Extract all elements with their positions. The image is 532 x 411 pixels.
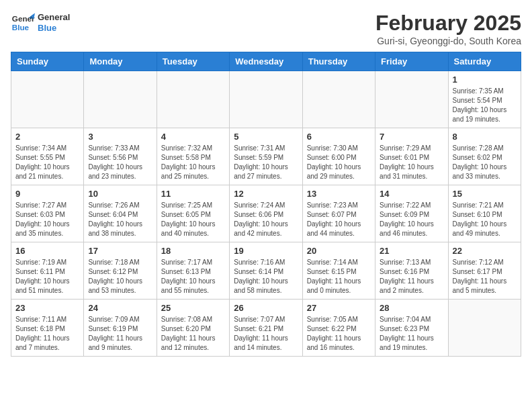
day-number: 2 [15,132,79,142]
day-number: 3 [88,132,152,142]
day-info: Sunrise: 7:32 AM Sunset: 5:58 PM Dayligh… [161,144,225,181]
calendar-day-cell: 25Sunrise: 7:08 AM Sunset: 6:20 PM Dayli… [157,300,229,357]
day-number: 13 [307,189,371,199]
calendar-day-cell: 19Sunrise: 7:16 AM Sunset: 6:14 PM Dayli… [230,242,302,300]
calendar-day-cell [84,71,157,128]
day-number: 18 [161,246,225,256]
calendar-day-cell [230,71,302,128]
day-info: Sunrise: 7:31 AM Sunset: 5:59 PM Dayligh… [234,144,298,181]
calendar-day-cell [157,71,229,128]
day-info: Sunrise: 7:13 AM Sunset: 6:16 PM Dayligh… [380,258,443,295]
calendar-day-cell: 12Sunrise: 7:24 AM Sunset: 6:06 PM Dayli… [230,185,302,242]
day-number: 4 [161,132,225,142]
day-info: Sunrise: 7:18 AM Sunset: 6:12 PM Dayligh… [88,258,152,295]
logo: General Blue General Blue [11,11,70,35]
weekday-header-saturday: Saturday [448,52,521,71]
calendar-day-cell: 20Sunrise: 7:14 AM Sunset: 6:15 PM Dayli… [302,242,375,300]
day-number: 24 [88,303,152,313]
day-number: 28 [380,303,443,313]
calendar-day-cell: 1Sunrise: 7:35 AM Sunset: 5:54 PM Daylig… [448,71,521,128]
calendar-table: SundayMondayTuesdayWednesdayThursdayFrid… [11,52,521,357]
day-info: Sunrise: 7:07 AM Sunset: 6:21 PM Dayligh… [234,315,298,353]
day-info: Sunrise: 7:26 AM Sunset: 6:04 PM Dayligh… [88,201,152,238]
day-number: 23 [15,303,79,313]
calendar-day-cell: 5Sunrise: 7:31 AM Sunset: 5:59 PM Daylig… [230,128,302,185]
day-number: 27 [307,303,371,313]
location-subtitle: Guri-si, Gyeonggi-do, South Korea [375,36,521,46]
calendar-day-cell: 6Sunrise: 7:30 AM Sunset: 6:00 PM Daylig… [302,128,375,185]
day-number: 6 [307,132,371,142]
day-number: 7 [380,132,443,142]
day-number: 17 [88,246,152,256]
day-info: Sunrise: 7:17 AM Sunset: 6:13 PM Dayligh… [161,258,225,295]
day-number: 11 [161,189,225,199]
day-info: Sunrise: 7:04 AM Sunset: 6:23 PM Dayligh… [380,315,443,353]
weekday-header-thursday: Thursday [302,52,375,71]
day-info: Sunrise: 7:19 AM Sunset: 6:11 PM Dayligh… [15,258,79,295]
calendar-day-cell: 18Sunrise: 7:17 AM Sunset: 6:13 PM Dayli… [157,242,229,300]
logo-general: General [38,12,70,23]
day-info: Sunrise: 7:34 AM Sunset: 5:55 PM Dayligh… [15,144,79,181]
calendar-day-cell: 9Sunrise: 7:27 AM Sunset: 6:03 PM Daylig… [11,185,84,242]
calendar-day-cell: 16Sunrise: 7:19 AM Sunset: 6:11 PM Dayli… [11,242,84,300]
day-number: 19 [234,246,298,256]
calendar-day-cell: 26Sunrise: 7:07 AM Sunset: 6:21 PM Dayli… [230,300,302,357]
calendar-day-cell: 14Sunrise: 7:22 AM Sunset: 6:09 PM Dayli… [375,185,448,242]
day-info: Sunrise: 7:21 AM Sunset: 6:10 PM Dayligh… [453,201,517,238]
calendar-day-cell: 23Sunrise: 7:11 AM Sunset: 6:18 PM Dayli… [11,300,84,357]
calendar-day-cell: 15Sunrise: 7:21 AM Sunset: 6:10 PM Dayli… [448,185,521,242]
day-info: Sunrise: 7:30 AM Sunset: 6:00 PM Dayligh… [307,144,371,181]
calendar-day-cell: 27Sunrise: 7:05 AM Sunset: 6:22 PM Dayli… [302,300,375,357]
calendar-day-cell: 10Sunrise: 7:26 AM Sunset: 6:04 PM Dayli… [84,185,157,242]
day-number: 16 [15,246,79,256]
calendar-week-row: 9Sunrise: 7:27 AM Sunset: 6:03 PM Daylig… [11,185,521,242]
day-number: 26 [234,303,298,313]
calendar-day-cell: 13Sunrise: 7:23 AM Sunset: 6:07 PM Dayli… [302,185,375,242]
calendar-day-cell: 24Sunrise: 7:09 AM Sunset: 6:19 PM Dayli… [84,300,157,357]
day-number: 15 [453,189,517,199]
day-number: 14 [380,189,443,199]
page-header: General Blue General Blue February 2025 … [11,11,521,46]
calendar-day-cell: 28Sunrise: 7:04 AM Sunset: 6:23 PM Dayli… [375,300,448,357]
day-info: Sunrise: 7:05 AM Sunset: 6:22 PM Dayligh… [307,315,371,353]
day-info: Sunrise: 7:23 AM Sunset: 6:07 PM Dayligh… [307,201,371,238]
day-info: Sunrise: 7:08 AM Sunset: 6:20 PM Dayligh… [161,315,225,353]
day-number: 10 [88,189,152,199]
logo-icon: General Blue [11,11,35,35]
logo-blue: Blue [38,23,70,34]
weekday-header-monday: Monday [84,52,157,71]
calendar-week-row: 16Sunrise: 7:19 AM Sunset: 6:11 PM Dayli… [11,242,521,300]
calendar-day-cell: 2Sunrise: 7:34 AM Sunset: 5:55 PM Daylig… [11,128,84,185]
day-info: Sunrise: 7:12 AM Sunset: 6:17 PM Dayligh… [453,258,517,295]
day-info: Sunrise: 7:14 AM Sunset: 6:15 PM Dayligh… [307,258,371,295]
month-year-title: February 2025 [375,11,521,36]
calendar-day-cell: 3Sunrise: 7:33 AM Sunset: 5:56 PM Daylig… [84,128,157,185]
calendar-day-cell: 7Sunrise: 7:29 AM Sunset: 6:01 PM Daylig… [375,128,448,185]
day-info: Sunrise: 7:28 AM Sunset: 6:02 PM Dayligh… [453,144,517,181]
calendar-day-cell: 11Sunrise: 7:25 AM Sunset: 6:05 PM Dayli… [157,185,229,242]
day-number: 1 [453,75,517,85]
day-info: Sunrise: 7:11 AM Sunset: 6:18 PM Dayligh… [15,315,79,353]
weekday-header-tuesday: Tuesday [157,52,229,71]
day-info: Sunrise: 7:33 AM Sunset: 5:56 PM Dayligh… [88,144,152,181]
day-info: Sunrise: 7:25 AM Sunset: 6:05 PM Dayligh… [161,201,225,238]
calendar-day-cell: 22Sunrise: 7:12 AM Sunset: 6:17 PM Dayli… [448,242,521,300]
calendar-day-cell: 4Sunrise: 7:32 AM Sunset: 5:58 PM Daylig… [157,128,229,185]
day-number: 21 [380,246,443,256]
day-number: 8 [453,132,517,142]
weekday-header-sunday: Sunday [11,52,84,71]
day-number: 12 [234,189,298,199]
calendar-day-cell [11,71,84,128]
day-number: 25 [161,303,225,313]
weekday-header-row: SundayMondayTuesdayWednesdayThursdayFrid… [11,52,521,71]
calendar-day-cell [448,300,521,357]
calendar-week-row: 1Sunrise: 7:35 AM Sunset: 5:54 PM Daylig… [11,71,521,128]
day-number: 20 [307,246,371,256]
title-block: February 2025 Guri-si, Gyeonggi-do, Sout… [375,11,521,46]
calendar-day-cell [375,71,448,128]
day-number: 5 [234,132,298,142]
calendar-day-cell: 21Sunrise: 7:13 AM Sunset: 6:16 PM Dayli… [375,242,448,300]
weekday-header-friday: Friday [375,52,448,71]
svg-text:Blue: Blue [12,23,30,32]
day-info: Sunrise: 7:16 AM Sunset: 6:14 PM Dayligh… [234,258,298,295]
